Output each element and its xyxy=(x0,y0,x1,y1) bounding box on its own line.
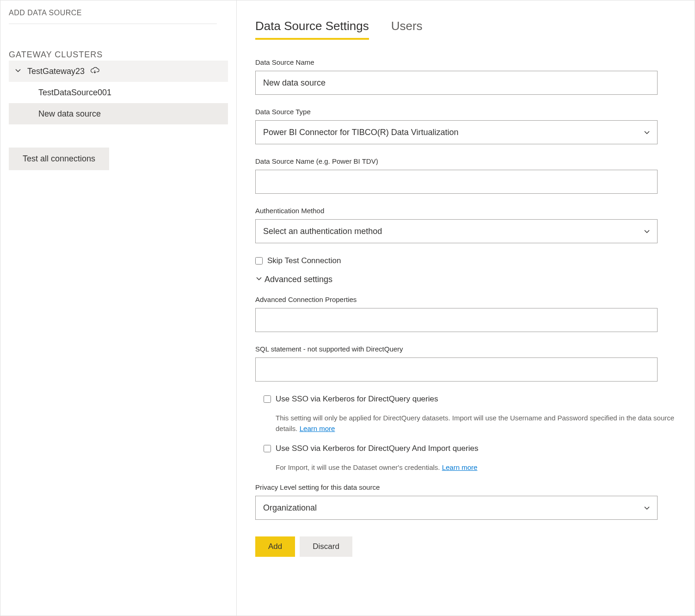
gateway-cluster-name: TestGateway23 xyxy=(27,67,85,76)
data-source-name: New data source xyxy=(38,109,101,119)
chevron-down-icon xyxy=(255,275,263,284)
sso-directquery-label[interactable]: Use SSO via Kerberos for DirectQuery que… xyxy=(276,394,438,404)
acp-label: Advanced Connection Properties xyxy=(255,296,676,303)
sso-directquery-import-checkbox[interactable] xyxy=(264,445,271,452)
dsn-label: Data Source Name (e.g. Power BI TDV) xyxy=(255,157,676,165)
main-panel: Data Source Settings Users Data Source N… xyxy=(237,0,695,616)
dsn-input[interactable] xyxy=(255,170,658,194)
gateway-cluster-row[interactable]: TestGateway23 xyxy=(9,61,228,82)
sso-directquery-checkbox[interactable] xyxy=(264,395,271,403)
data-source-name: TestDataSource001 xyxy=(38,88,111,98)
test-all-connections-button[interactable]: Test all connections xyxy=(9,148,109,170)
tab-users[interactable]: Users xyxy=(391,19,423,40)
skip-test-checkbox[interactable] xyxy=(255,257,263,265)
data-source-type-select[interactable]: Power BI Connector for TIBCO(R) Data Vir… xyxy=(255,120,658,144)
sso-directquery-help: This setting will only be applied for Di… xyxy=(276,413,676,434)
advanced-settings-toggle[interactable]: Advanced settings xyxy=(255,275,676,284)
advanced-settings-label: Advanced settings xyxy=(264,275,332,284)
action-buttons: Add Discard xyxy=(255,536,676,557)
tab-data-source-settings[interactable]: Data Source Settings xyxy=(255,19,369,40)
sso-directquery-import-help: For Import, it will use the Dataset owne… xyxy=(276,462,676,473)
privacy-level-label: Privacy Level setting for this data sour… xyxy=(255,483,676,491)
data-source-name-label: Data Source Name xyxy=(255,58,676,66)
gateway-clusters-heading: GATEWAY CLUSTERS xyxy=(9,50,228,60)
sidebar: ADD DATA SOURCE GATEWAY CLUSTERS TestGat… xyxy=(0,0,237,616)
data-source-name-input[interactable] xyxy=(255,71,658,95)
data-source-type-label: Data Source Type xyxy=(255,108,676,116)
auth-method-select[interactable]: Select an authentication method xyxy=(255,219,658,243)
data-source-item[interactable]: TestDataSource001 xyxy=(9,82,228,103)
cloud-status-icon xyxy=(90,66,99,77)
sidebar-title: ADD DATA SOURCE xyxy=(9,9,217,24)
chevron-down-icon xyxy=(14,67,22,76)
data-source-item[interactable]: New data source xyxy=(9,103,228,124)
sql-statement-input[interactable] xyxy=(255,357,658,382)
learn-more-link[interactable]: Learn more xyxy=(300,425,335,432)
add-button[interactable]: Add xyxy=(255,536,295,557)
acp-input[interactable] xyxy=(255,308,658,332)
auth-method-label: Authentication Method xyxy=(255,207,676,215)
learn-more-link[interactable]: Learn more xyxy=(442,463,478,471)
privacy-level-select[interactable]: Organizational xyxy=(255,496,658,520)
discard-button[interactable]: Discard xyxy=(300,536,352,557)
sql-statement-label: SQL statement - not supported with Direc… xyxy=(255,345,676,353)
skip-test-label[interactable]: Skip Test Connection xyxy=(267,256,341,265)
tab-bar: Data Source Settings Users xyxy=(255,19,676,40)
sso-directquery-import-label[interactable]: Use SSO via Kerberos for DirectQuery And… xyxy=(276,444,478,453)
